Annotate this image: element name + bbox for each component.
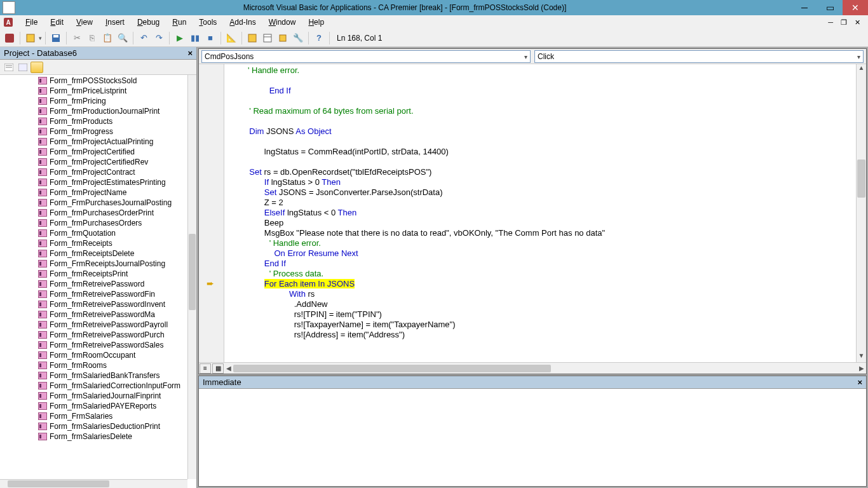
tree-item[interactable]: Form_frmProductionJournalPrint (0, 106, 187, 116)
maximize-button[interactable]: ▭ (817, 0, 843, 15)
save-icon[interactable] (49, 31, 63, 45)
tree-item[interactable]: Form_frmSalariesDelete (0, 431, 187, 442)
code-window: CmdPosJsons ▾ Click ▾ ➨ ' Handle error. … (198, 48, 867, 374)
tree-item-label: Form_frmProductionJournalPrint (50, 107, 159, 116)
scroll-left-icon[interactable]: ◀ (224, 364, 233, 373)
tree-item[interactable]: Form_frmSalariedCorrectionInputForm (0, 381, 187, 391)
view-code-icon[interactable] (3, 62, 15, 73)
minimize-button[interactable]: ─ (792, 0, 817, 15)
toggle-folders-icon[interactable] (31, 62, 43, 73)
project-explorer-icon[interactable] (245, 31, 259, 45)
tree-item[interactable]: Form_frmRetreivePasswordSales (0, 340, 187, 350)
menu-debug[interactable]: Debug (131, 17, 166, 28)
code-horizontal-scrollbar[interactable]: ◀ ▶ (224, 364, 866, 373)
tree-item[interactable]: Form_frmRetreivePassword (0, 279, 187, 289)
tree-item[interactable]: Form_frmPOSStocksSold (0, 76, 187, 86)
view-object-icon[interactable] (17, 62, 29, 73)
code-gutter: ➨ (199, 64, 224, 362)
tree-item[interactable]: Form_frmProjectContract (0, 167, 187, 177)
tree-item[interactable]: Form_frmSalariedJournalFinprint (0, 391, 187, 401)
copy-icon[interactable]: ⎘ (85, 31, 99, 45)
form-icon (38, 168, 47, 176)
tree-item[interactable]: Form_frmReceipts (0, 238, 187, 248)
find-icon[interactable]: 🔍 (116, 31, 130, 45)
tree-item[interactable]: Form_frmRetreivePasswordMa (0, 309, 187, 320)
tree-item-label: Form_frmRetreivePasswordPayroll (50, 320, 168, 329)
tree-item[interactable]: Form_frmReceiptsPrint (0, 269, 187, 279)
tree-item[interactable]: Form_frmRetreivePasswordPayroll (0, 320, 187, 330)
immediate-input[interactable] (199, 389, 866, 486)
undo-icon[interactable]: ↶ (137, 31, 151, 45)
object-browser-icon[interactable] (276, 31, 290, 45)
procedure-combo[interactable]: Click ▾ (534, 50, 864, 63)
procedure-view-button[interactable]: ≡ (200, 363, 211, 374)
scroll-up-icon[interactable]: ▲ (857, 64, 866, 74)
tree-item[interactable]: Form_frmRoomOccupant (0, 350, 187, 360)
menu-addins[interactable]: Add-Ins (223, 17, 262, 28)
break-icon[interactable]: ▮▮ (188, 31, 202, 45)
tree-item[interactable]: Form_frmProjectName (0, 187, 187, 198)
tree-item[interactable]: Form_frmProducts (0, 116, 187, 126)
mdi-restore[interactable]: ❐ (838, 18, 850, 27)
cut-icon[interactable]: ✂ (70, 31, 84, 45)
redo-icon[interactable]: ↷ (152, 31, 166, 45)
menu-file[interactable]: File (19, 17, 44, 28)
help-icon[interactable]: ? (312, 31, 326, 45)
full-module-view-button[interactable]: ▦ (212, 363, 224, 374)
tree-item[interactable]: Form_FrmPurchasesJournalPosting (0, 198, 187, 208)
run-icon[interactable]: ▶ (173, 31, 187, 45)
tree-item[interactable]: Form_frmPricing (0, 96, 187, 106)
menu-view[interactable]: View (70, 17, 99, 28)
mdi-minimize[interactable]: ─ (825, 18, 836, 27)
scroll-down-icon[interactable]: ▼ (857, 352, 866, 362)
menu-window[interactable]: Window (262, 17, 302, 28)
tree-item[interactable]: Form_frmProjectEstimatesPrinting (0, 177, 187, 187)
form-icon (38, 158, 47, 166)
tree-item[interactable]: Form_frmRetreivePasswordInvent (0, 299, 187, 309)
reset-icon[interactable]: ■ (203, 31, 217, 45)
project-vertical-scrollbar[interactable] (187, 75, 196, 479)
tree-item[interactable]: Form_frmQuotation (0, 228, 187, 238)
object-combo[interactable]: CmdPosJsons ▾ (201, 50, 531, 63)
immediate-close-button[interactable]: × (857, 377, 862, 387)
mdi-close[interactable]: ✕ (852, 18, 863, 27)
tree-item[interactable]: Form_frmPurchasesOrderPrint (0, 208, 187, 218)
tree-item[interactable]: Form_FrmSalaries (0, 411, 187, 421)
project-horizontal-scrollbar[interactable] (0, 479, 187, 488)
menu-help[interactable]: Help (302, 17, 330, 28)
tree-item-label: Form_frmProgress (50, 127, 113, 136)
design-mode-icon[interactable]: 📐 (224, 31, 238, 45)
tree-item[interactable]: Form_frmRetreivePasswordFin (0, 289, 187, 299)
toolbox-icon[interactable]: 🔧 (291, 31, 305, 45)
menu-tools[interactable]: Tools (193, 17, 223, 28)
view-access-icon[interactable] (3, 31, 17, 45)
tree-item[interactable]: Form_frmPurchasesOrders (0, 218, 187, 228)
tree-item[interactable]: Form_frmProjectActualPrinting (0, 137, 187, 147)
tree-item[interactable]: Form_frmProgress (0, 126, 187, 137)
project-close-button[interactable]: × (187, 48, 193, 58)
close-button[interactable]: ✕ (843, 0, 868, 15)
properties-icon[interactable] (261, 31, 275, 45)
form-icon (38, 351, 47, 359)
menu-insert[interactable]: Insert (99, 17, 131, 28)
scroll-right-icon[interactable]: ▶ (857, 364, 866, 373)
menu-edit[interactable]: Edit (44, 17, 70, 28)
code-body[interactable]: ➨ ' Handle error. End If ' Read maximum … (199, 64, 866, 362)
tree-item[interactable]: Form_FrmReceiptsJournalPosting (0, 259, 187, 269)
menu-run[interactable]: Run (166, 17, 193, 28)
paste-icon[interactable]: 📋 (100, 31, 114, 45)
project-tree[interactable]: Form_frmPOSStocksSoldForm_frmPriceListpr… (0, 75, 196, 488)
form-icon (38, 179, 47, 186)
insert-module-icon[interactable] (24, 31, 37, 45)
tree-item[interactable]: Form_frmRetreivePasswordPurch (0, 330, 187, 340)
tree-item[interactable]: Form_frmReceiptsDelete (0, 248, 187, 259)
tree-item[interactable]: Form_frmRooms (0, 360, 187, 370)
code-text[interactable]: ' Handle error. End If ' Read maximum of… (224, 64, 856, 362)
tree-item[interactable]: Form_frmProjectCertifiedRev (0, 157, 187, 167)
tree-item[interactable]: Form_frmSalariedBankTransfers (0, 370, 187, 381)
tree-item[interactable]: Form_frmProjectCertified (0, 147, 187, 157)
tree-item[interactable]: Form_frmSalariedPAYEReports (0, 401, 187, 411)
code-vertical-scrollbar[interactable]: ▲ ▼ (856, 64, 866, 362)
tree-item[interactable]: Form_frmPriceListprint (0, 86, 187, 96)
tree-item[interactable]: Form_frmSalariesDeductionPrint (0, 421, 187, 431)
